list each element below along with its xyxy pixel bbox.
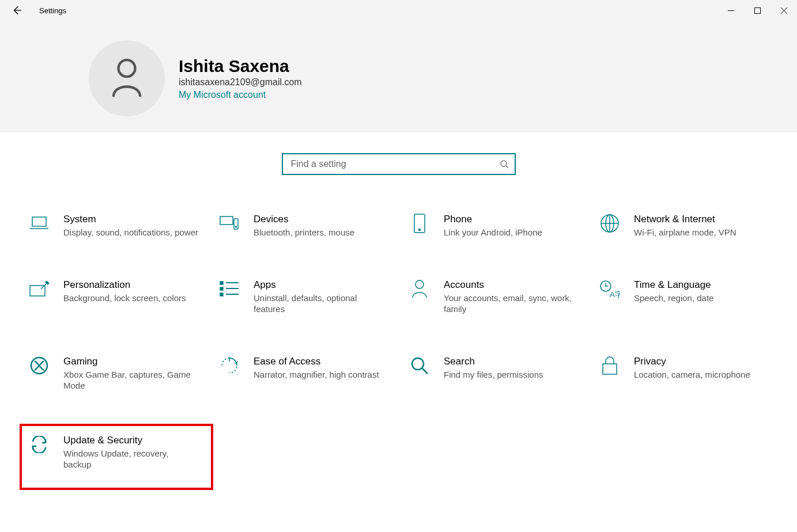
category-subtitle: Wi-Fi, airplane mode, VPN [634, 227, 770, 238]
apps-list-icon [219, 279, 240, 299]
minimize-button[interactable] [717, 0, 744, 21]
category-subtitle: Background, lock screen, colors [63, 292, 199, 304]
svg-rect-4 [220, 216, 233, 225]
category-phone[interactable]: Phone Link your Android, iPhone [409, 210, 594, 242]
lock-icon [599, 355, 620, 376]
category-subtitle: Xbox Game Bar, captures, Game Mode [63, 369, 199, 392]
sync-icon [29, 434, 50, 455]
paint-icon [29, 279, 50, 299]
svg-rect-12 [220, 282, 223, 284]
category-search[interactable]: Search Find my files, permissions [409, 352, 594, 395]
search-input[interactable] [290, 158, 500, 170]
magnifier-icon [409, 355, 430, 376]
category-subtitle: Bluetooth, printers, mouse [254, 227, 390, 238]
category-accounts[interactable]: Accounts Your accounts, email, sync, wor… [409, 275, 594, 318]
category-title: Network & Internet [634, 213, 770, 226]
category-title: Apps [254, 279, 390, 291]
category-update-security[interactable]: Update & Security Windows Update, recove… [20, 424, 213, 490]
close-button[interactable] [770, 0, 797, 21]
category-subtitle: Link your Android, iPhone [444, 227, 580, 238]
svg-rect-20 [603, 364, 617, 374]
category-subtitle: Narrator, magnifier, high contrast [254, 369, 390, 381]
svg-rect-0 [754, 7, 760, 13]
settings-categories: System Display, sound, notifications, po… [0, 181, 797, 490]
category-devices[interactable]: Devices Bluetooth, printers, mouse [219, 210, 403, 242]
phone-icon [409, 213, 430, 234]
user-name: Ishita Saxena [179, 56, 302, 76]
category-title: Gaming [63, 355, 199, 368]
category-title: Phone [444, 213, 580, 226]
svg-point-15 [416, 280, 424, 288]
category-subtitle: Find my files, permissions [444, 369, 580, 381]
category-gaming[interactable]: Gaming Xbox Game Bar, captures, Game Mod… [29, 352, 213, 395]
svg-rect-13 [220, 287, 223, 290]
category-title: Ease of Access [254, 355, 390, 368]
category-title: Devices [254, 213, 390, 226]
category-title: Time & Language [634, 279, 770, 291]
svg-point-8 [419, 229, 421, 231]
account-header: Ishita Saxena ishitasaxena2109@gmail.com… [0, 21, 797, 132]
category-subtitle: Location, camera, microphone [634, 369, 770, 381]
category-title: Personalization [63, 279, 199, 291]
svg-point-6 [236, 226, 237, 227]
search-icon [500, 159, 509, 169]
back-button[interactable] [12, 5, 22, 16]
devices-icon [219, 213, 240, 234]
globe-icon [599, 213, 620, 234]
titlebar: Settings [0, 0, 797, 21]
svg-rect-14 [220, 293, 223, 296]
category-title: Search [444, 355, 580, 368]
category-subtitle: Display, sound, notifications, power [63, 227, 199, 238]
category-subtitle: Speech, region, date [634, 292, 770, 304]
svg-point-1 [119, 60, 135, 77]
category-system[interactable]: System Display, sound, notifications, po… [29, 210, 213, 242]
accessibility-icon [219, 355, 240, 376]
category-network[interactable]: Network & Internet Wi-Fi, airplane mode,… [599, 210, 784, 242]
time-language-icon: A字 [599, 279, 620, 299]
category-personalization[interactable]: Personalization Background, lock screen,… [29, 275, 213, 318]
category-title: System [63, 213, 199, 226]
laptop-icon [29, 213, 50, 234]
search-box[interactable] [282, 153, 516, 175]
svg-point-19 [412, 358, 424, 370]
category-ease-of-access[interactable]: Ease of Access Narrator, magnifier, high… [219, 352, 403, 395]
maximize-button[interactable] [744, 0, 770, 21]
svg-point-2 [501, 161, 507, 166]
xbox-icon [29, 355, 50, 376]
svg-text:A字: A字 [610, 290, 620, 298]
person-icon [110, 58, 143, 99]
category-title: Privacy [634, 355, 770, 368]
microsoft-account-link[interactable]: My Microsoft account [179, 90, 302, 100]
category-time-language[interactable]: A字 Time & Language Speech, region, date [599, 275, 784, 318]
category-apps[interactable]: Apps Uninstall, defaults, optional featu… [219, 275, 403, 318]
app-title: Settings [39, 6, 66, 15]
user-email: ishitasaxena2109@gmail.com [179, 77, 302, 88]
person-icon [409, 279, 430, 299]
category-subtitle: Your accounts, email, sync, work, family [444, 292, 580, 315]
category-title: Accounts [444, 279, 580, 291]
svg-rect-3 [32, 217, 46, 226]
category-subtitle: Uninstall, defaults, optional features [254, 292, 390, 315]
category-privacy[interactable]: Privacy Location, camera, microphone [599, 352, 784, 395]
category-subtitle: Windows Update, recovery, backup [63, 448, 197, 470]
avatar[interactable] [89, 40, 165, 116]
category-title: Update & Security [63, 434, 197, 447]
